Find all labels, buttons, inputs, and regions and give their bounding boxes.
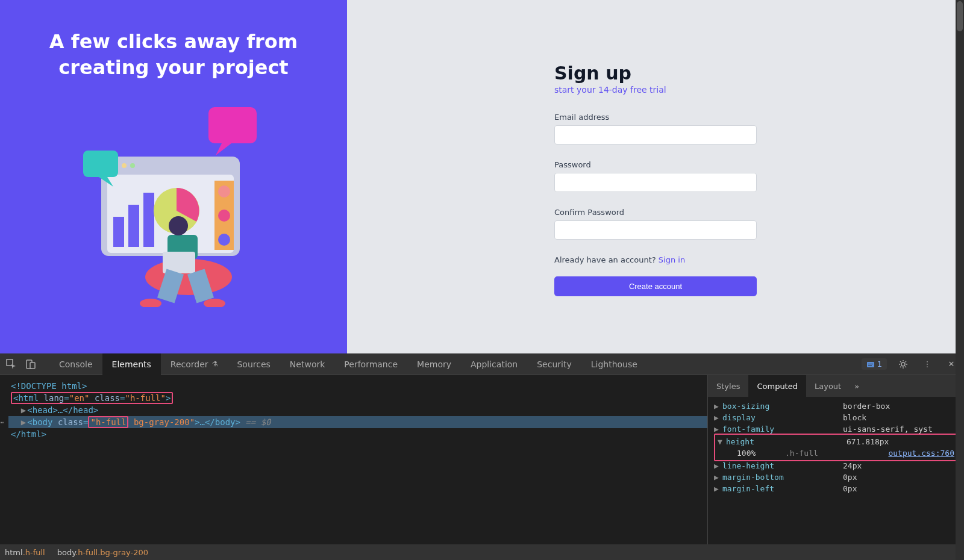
tab-lighthouse[interactable]: Lighthouse — [581, 353, 647, 375]
svg-point-3 — [122, 163, 127, 168]
signup-title: Sign up — [554, 63, 757, 84]
create-account-button[interactable]: Create account — [554, 276, 757, 296]
password-label: Password — [554, 160, 757, 169]
tab-application[interactable]: Application — [461, 353, 527, 375]
selected-dom-node[interactable]: ⋯ ▶<body class="h-full bg-gray-200">…</b… — [8, 416, 707, 428]
svg-point-21 — [140, 299, 161, 307]
email-field[interactable] — [554, 125, 757, 145]
tab-network[interactable]: Network — [280, 353, 334, 375]
hero-headline: A few clicks away from creating your pro… — [29, 29, 318, 81]
svg-point-12 — [218, 234, 230, 246]
svg-rect-26 — [867, 362, 874, 367]
dom-tree[interactable]: <!DOCTYPE html> <html lang="en" class="h… — [0, 375, 707, 544]
page-scrollbar[interactable] — [956, 0, 964, 560]
svg-rect-28 — [868, 365, 872, 366]
signup-panel: Sign up start your 14-day free trial Ema… — [347, 0, 964, 353]
dom-breadcrumb[interactable]: html.h-full body.h-full.bg-gray-200 — [0, 544, 964, 560]
gear-icon[interactable] — [895, 356, 911, 372]
css-source-link[interactable]: output.css:760 — [888, 449, 954, 458]
height-highlight: ▼height671.818px 100%.h-fulloutput.css:7… — [714, 434, 958, 461]
signin-link[interactable]: Sign in — [659, 255, 685, 264]
side-tab-styles[interactable]: Styles — [708, 375, 748, 397]
device-toggle-icon[interactable] — [23, 356, 39, 372]
tab-console[interactable]: Console — [49, 353, 102, 375]
email-label: Email address — [554, 113, 757, 122]
breadcrumb-html[interactable]: html.h-full — [5, 548, 45, 557]
side-tab-computed[interactable]: Computed — [748, 375, 806, 397]
flask-icon: ⚗ — [212, 360, 218, 368]
svg-rect-6 — [128, 205, 139, 247]
side-tab-more-icon[interactable]: » — [850, 382, 864, 391]
svg-rect-7 — [143, 193, 154, 247]
svg-rect-5 — [113, 217, 124, 247]
svg-point-22 — [204, 299, 225, 307]
signup-subtitle: start your 14-day free trial — [554, 85, 757, 95]
tab-security[interactable]: Security — [527, 353, 581, 375]
hero-illustration — [77, 102, 270, 307]
tab-sources[interactable]: Sources — [227, 353, 280, 375]
breadcrumb-body[interactable]: body.h-full.bg-gray-200 — [57, 548, 148, 557]
hero-panel: A few clicks away from creating your pro… — [0, 0, 347, 353]
already-text: Already have an account? Sign in — [554, 255, 757, 264]
computed-properties[interactable]: ▶box-sizingborder-box ▶displayblock ▶fon… — [708, 397, 964, 544]
svg-point-4 — [130, 163, 135, 168]
svg-point-10 — [218, 185, 230, 198]
devtools-tabbar: Console Elements Recorder⚗ Sources Netwo… — [0, 353, 964, 375]
tab-recorder[interactable]: Recorder⚗ — [161, 353, 228, 375]
tab-memory[interactable]: Memory — [407, 353, 461, 375]
tab-performance[interactable]: Performance — [334, 353, 407, 375]
issues-badge[interactable]: 1 — [862, 358, 887, 370]
confirm-field[interactable] — [554, 220, 757, 240]
side-tab-layout[interactable]: Layout — [806, 375, 850, 397]
confirm-label: Confirm Password — [554, 208, 757, 217]
devtools-panel: Console Elements Recorder⚗ Sources Netwo… — [0, 353, 964, 560]
svg-point-17 — [169, 216, 188, 235]
svg-point-11 — [218, 210, 230, 222]
password-field[interactable] — [554, 173, 757, 192]
tab-elements[interactable]: Elements — [102, 353, 161, 375]
styles-side-panel: Styles Computed Layout » ▶box-sizingbord… — [707, 375, 964, 544]
svg-rect-25 — [30, 362, 35, 369]
svg-point-29 — [901, 362, 905, 366]
svg-rect-13 — [208, 107, 257, 143]
svg-rect-14 — [83, 151, 118, 177]
kebab-icon[interactable]: ⋮ — [919, 356, 935, 372]
svg-rect-27 — [868, 364, 873, 364]
inspect-icon[interactable] — [4, 356, 19, 372]
page-content: A few clicks away from creating your pro… — [0, 0, 964, 353]
